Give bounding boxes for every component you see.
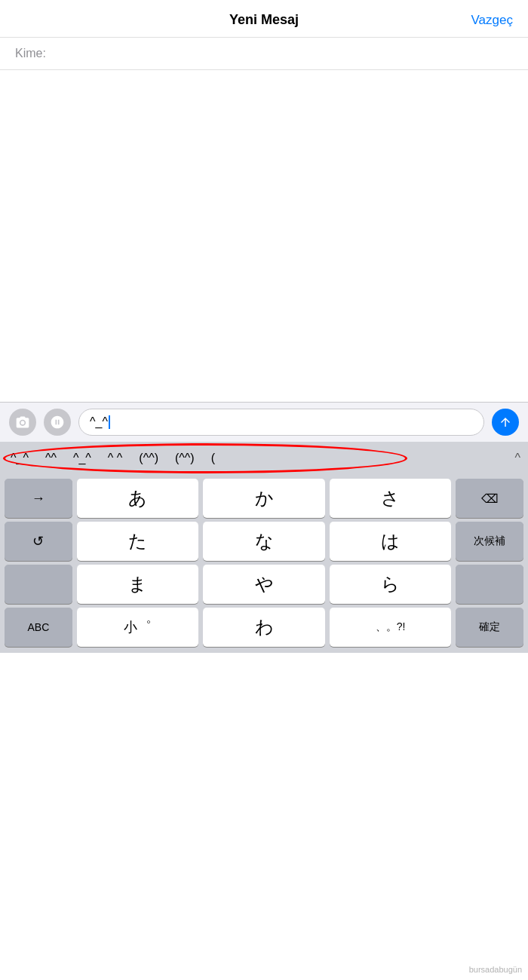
message-toolbar: ^_^ (0, 402, 528, 442)
appstore-icon (50, 415, 65, 430)
autocomplete-item-2[interactable]: ^^ (42, 450, 60, 467)
red-circle-annotation (3, 443, 407, 473)
sa-key[interactable]: さ (330, 479, 452, 518)
keyboard-row-1: → あ か さ ⌫ (0, 475, 528, 518)
camera-button[interactable] (9, 409, 36, 436)
ma-key[interactable]: ま (77, 565, 199, 604)
ka-key[interactable]: か (203, 479, 325, 518)
message-area (0, 70, 528, 402)
message-input[interactable]: ^_^ (78, 409, 484, 436)
keyboard-row-2: ↺ た な は 次候補 (0, 518, 528, 561)
header: Yeni Mesaj Vazgeç (0, 0, 528, 38)
autocomplete-item-3[interactable]: ^_^ (70, 450, 94, 467)
undo-key[interactable]: ↺ (5, 522, 72, 561)
delete-key[interactable]: ⌫ (456, 479, 523, 518)
send-button[interactable] (492, 409, 519, 436)
ya-key[interactable]: や (203, 565, 325, 604)
next-candidate-key[interactable]: 次候補 (456, 522, 523, 561)
autocomplete-item-1[interactable]: ^_^ (8, 450, 32, 467)
page-title: Yeni Mesaj (60, 12, 468, 28)
autocomplete-item-6[interactable]: (^^) (172, 450, 198, 467)
keyboard-row-3: ま や ら (0, 561, 528, 604)
send-icon (499, 415, 512, 429)
ha-key[interactable]: は (330, 522, 452, 561)
small-key[interactable]: 小゜ (77, 608, 199, 647)
confirm-key[interactable]: 確定 (456, 608, 523, 647)
appstore-button[interactable] (44, 409, 71, 436)
autocomplete-item-5[interactable]: (^^) (136, 450, 161, 467)
ra-key[interactable]: ら (330, 565, 452, 604)
svg-point-0 (21, 421, 25, 424)
text-cursor (109, 415, 110, 429)
wa-key[interactable]: わ (203, 608, 325, 647)
to-input[interactable] (51, 47, 513, 60)
empty-right-key (456, 565, 523, 604)
abc-key[interactable]: ABC (5, 608, 72, 647)
punct-key[interactable]: 、。?! (330, 608, 452, 647)
watermark: bursadabugün (469, 965, 522, 974)
autocomplete-item-7[interactable]: ( (208, 450, 218, 467)
na-key[interactable]: な (203, 522, 325, 561)
cancel-button[interactable]: Vazgeç (468, 13, 513, 28)
autocomplete-item-4[interactable]: ^ ^ (105, 450, 125, 467)
ta-key[interactable]: た (77, 522, 199, 561)
autocomplete-bar: ^_^ ^^ ^_^ ^ ^ (^^) (^^) ( ^ (0, 442, 528, 475)
empty-left-key (5, 565, 72, 604)
message-text: ^_^ (90, 415, 108, 429)
arrow-key[interactable]: → (5, 479, 72, 518)
autocomplete-chevron[interactable]: ^ (514, 452, 520, 465)
keyboard-row-4: ABC 小゜ わ 、。?! 確定 (0, 604, 528, 653)
to-label: Kime: (15, 47, 46, 60)
keyboard: → あ か さ ⌫ ↺ た な は 次候補 ま や ら ABC 小゜ わ 、。?… (0, 475, 528, 653)
camera-icon (15, 415, 30, 430)
a-key[interactable]: あ (77, 479, 199, 518)
to-field: Kime: (0, 38, 528, 70)
